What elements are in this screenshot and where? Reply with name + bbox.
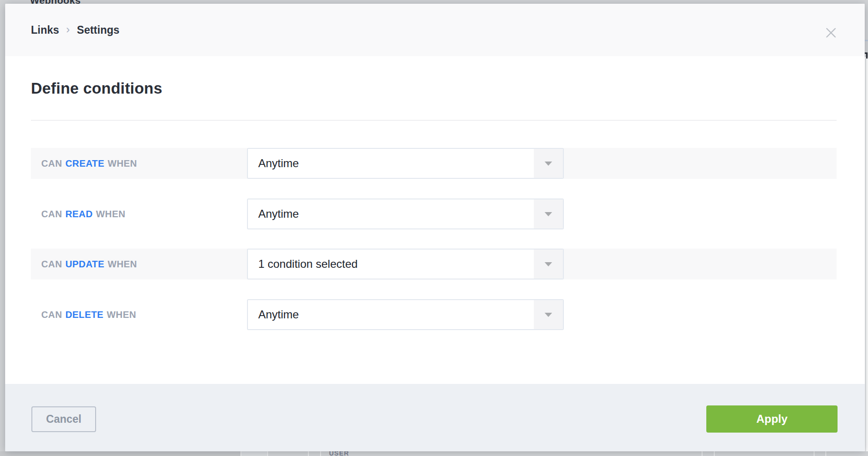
- background-column-separator: [814, 451, 815, 456]
- label-suffix: WHEN: [96, 209, 126, 220]
- breadcrumb-item-links[interactable]: Links: [31, 24, 59, 37]
- background-column-separator: [320, 451, 321, 456]
- chevron-down-icon: [545, 313, 552, 317]
- chevron-down-icon: [545, 212, 552, 216]
- dropdown-value: Anytime: [258, 300, 299, 329]
- label-prefix: CAN: [41, 259, 62, 270]
- settings-modal: Links › Settings Define conditions CAN C…: [5, 4, 865, 451]
- background-panel-fragment: [865, 0, 868, 57]
- background-page-title-fragment: Webhooks: [30, 0, 81, 4]
- permission-row-delete: CAN DELETE WHEN Anytime: [31, 299, 837, 330]
- background-page-right-edge: [865, 0, 868, 456]
- cancel-button[interactable]: Cancel: [31, 406, 96, 432]
- label-verb: CREATE: [66, 158, 105, 169]
- modal-header: Links › Settings: [5, 4, 865, 56]
- background-column-separator: [267, 451, 268, 456]
- label-suffix: WHEN: [108, 158, 137, 169]
- dropdown-value: Anytime: [258, 199, 299, 228]
- label-prefix: CAN: [41, 209, 62, 220]
- background-column-separator: [240, 451, 241, 456]
- permission-label: CAN READ WHEN: [41, 199, 126, 229]
- label-suffix: WHEN: [108, 259, 137, 270]
- permission-label: CAN DELETE WHEN: [41, 299, 136, 330]
- dropdown-value: Anytime: [258, 149, 299, 178]
- divider: [31, 120, 837, 121]
- background-divider-fragment: [865, 40, 868, 41]
- permission-label: CAN CREATE WHEN: [41, 148, 137, 179]
- close-icon: [825, 27, 837, 38]
- background-table-header-edge: USER: [0, 451, 868, 456]
- dropdown-caret-zone: [534, 250, 563, 279]
- background-table-segment: [240, 451, 267, 456]
- background-column-separator: [702, 451, 703, 456]
- modal-footer: Cancel Apply: [5, 384, 865, 451]
- background-text-fragment: [865, 52, 868, 59]
- delete-condition-dropdown[interactable]: Anytime: [247, 299, 564, 330]
- page-title: Define conditions: [31, 80, 162, 97]
- background-table-segment: [0, 451, 240, 456]
- permission-label: CAN UPDATE WHEN: [41, 249, 137, 279]
- chevron-down-icon: [545, 262, 552, 266]
- close-button[interactable]: [824, 26, 838, 39]
- label-verb: UPDATE: [66, 259, 105, 270]
- breadcrumb: Links › Settings: [31, 4, 120, 56]
- label-verb: READ: [66, 209, 93, 220]
- dropdown-caret-zone: [534, 199, 563, 228]
- permission-row-update: CAN UPDATE WHEN 1 condition selected: [31, 249, 837, 279]
- background-user-column-header: USER: [329, 451, 349, 456]
- label-suffix: WHEN: [107, 309, 136, 320]
- breadcrumb-item-settings[interactable]: Settings: [77, 24, 120, 37]
- label-verb: DELETE: [66, 309, 104, 320]
- background-column-separator: [714, 451, 715, 456]
- apply-button[interactable]: Apply: [706, 405, 838, 433]
- permission-row-create: CAN CREATE WHEN Anytime: [31, 148, 837, 179]
- dropdown-caret-zone: [534, 300, 563, 329]
- background-page-top-edge: Webhooks: [0, 0, 868, 4]
- background-border-fragment: [865, 59, 866, 456]
- chevron-right-icon: ›: [66, 23, 70, 36]
- permission-row-read: CAN READ WHEN Anytime: [31, 199, 837, 229]
- dropdown-value: 1 condition selected: [258, 250, 358, 279]
- label-prefix: CAN: [41, 158, 62, 169]
- screen: Webhooks USER Links › Settings: [0, 0, 868, 456]
- create-condition-dropdown[interactable]: Anytime: [247, 148, 564, 179]
- background-column-separator: [825, 451, 826, 456]
- chevron-down-icon: [545, 162, 552, 166]
- dropdown-caret-zone: [534, 149, 563, 178]
- read-condition-dropdown[interactable]: Anytime: [247, 199, 564, 229]
- background-column-separator: [308, 451, 309, 456]
- modal-body: Define conditions CAN CREATE WHEN Anytim…: [5, 56, 865, 384]
- label-prefix: CAN: [41, 309, 62, 320]
- update-condition-dropdown[interactable]: 1 condition selected: [247, 249, 564, 279]
